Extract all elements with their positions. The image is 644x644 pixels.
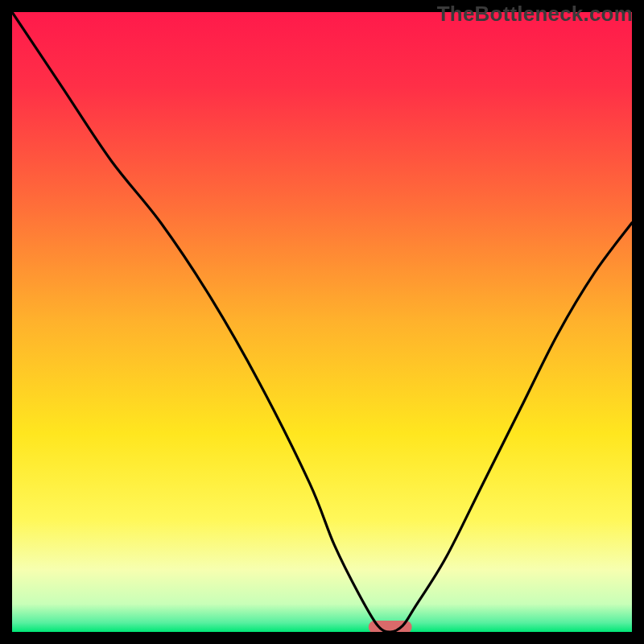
chart-frame: TheBottleneck.com	[0, 0, 644, 644]
bottleneck-chart	[12, 12, 632, 632]
watermark-text: TheBottleneck.com	[437, 2, 633, 27]
gradient-background	[12, 12, 632, 632]
plot-area	[12, 12, 632, 632]
